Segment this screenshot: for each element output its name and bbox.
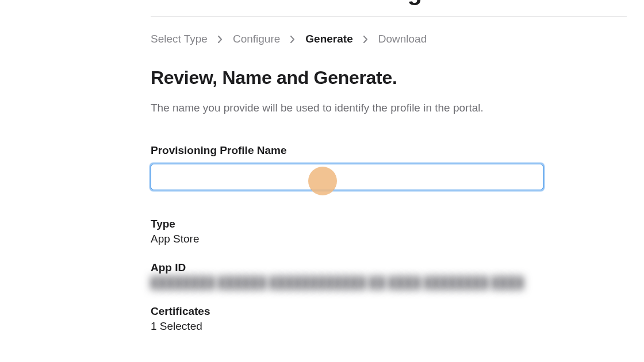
profile-name-input[interactable] [151,164,543,190]
breadcrumb-step-select-type[interactable]: Select Type [151,33,208,45]
appid-value: ████████ ██████ ████████████ ██ ████ ███… [151,276,627,289]
profile-name-label: Provisioning Profile Name [151,144,627,157]
certificates-value: 1 Selected [151,320,627,333]
breadcrumb: Select Type Configure Generate Download [151,33,627,45]
page-title: Generate a Provisioning Profile [151,0,627,6]
chevron-right-icon [218,36,223,43]
breadcrumb-step-generate[interactable]: Generate [305,33,352,45]
chevron-right-icon [290,36,295,43]
type-label: Type [151,218,627,230]
divider [151,16,627,17]
breadcrumb-step-configure[interactable]: Configure [233,33,280,45]
certificates-label: Certificates [151,305,627,318]
section-description: The name you provide will be used to ide… [151,100,627,117]
section-heading: Review, Name and Generate. [151,67,627,88]
type-value: App Store [151,233,627,245]
breadcrumb-step-download[interactable]: Download [378,33,427,45]
appid-label: App ID [151,261,627,274]
chevron-right-icon [363,36,368,43]
